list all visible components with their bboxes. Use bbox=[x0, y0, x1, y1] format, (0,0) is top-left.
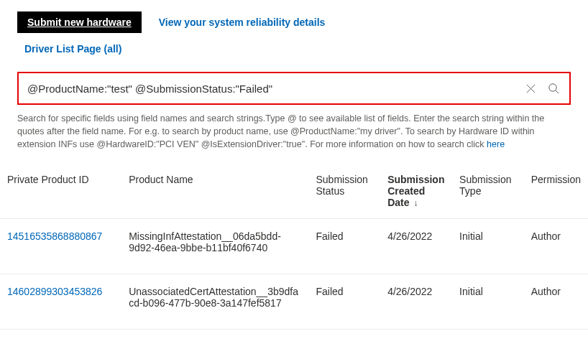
search-help-text: Search for specific fields using field n… bbox=[17, 112, 571, 151]
product-id-link[interactable]: 14516535868880867 bbox=[7, 230, 102, 242]
view-reliability-link[interactable]: View your system reliability details bbox=[159, 17, 326, 28]
submission-status: Failed bbox=[309, 274, 381, 330]
table-row: 14516535868880867MissingInfAttestation__… bbox=[0, 219, 588, 274]
table-row: 14602899303453826UnassociatedCertAttesta… bbox=[0, 274, 588, 330]
col-header-permission[interactable]: Permission bbox=[524, 164, 588, 219]
product-name: MissingInfAttestation__06da5bdd-9d92-46e… bbox=[129, 230, 301, 253]
product-id-link[interactable]: 14602899303453826 bbox=[7, 286, 102, 297]
submissions-table: Private Product ID Product Name Submissi… bbox=[0, 164, 588, 330]
sort-down-icon: ↓ bbox=[413, 198, 418, 208]
permission: Author bbox=[524, 219, 588, 274]
submission-date: 4/26/2022 bbox=[380, 219, 452, 274]
search-bar bbox=[17, 72, 571, 105]
submission-type: Initial bbox=[452, 219, 524, 274]
help-body: Search for specific fields using field n… bbox=[17, 113, 544, 149]
product-name: UnassociatedCertAttestation__3b9dfacd-b0… bbox=[129, 286, 301, 309]
permission: Author bbox=[524, 274, 588, 330]
submit-new-hardware-button[interactable]: Submit new hardware bbox=[17, 11, 142, 33]
help-here-link[interactable]: here bbox=[487, 139, 505, 149]
driver-list-page-link[interactable]: Driver List Page (all) bbox=[24, 43, 121, 55]
clear-icon[interactable] bbox=[519, 77, 542, 100]
col-header-type[interactable]: Submission Type bbox=[452, 164, 524, 219]
svg-point-0 bbox=[549, 84, 556, 91]
col-header-name[interactable]: Product Name bbox=[121, 164, 308, 219]
col-header-date[interactable]: Submission Created Date ↓ bbox=[380, 164, 452, 219]
col-header-status[interactable]: Submission Status bbox=[309, 164, 381, 219]
search-input[interactable] bbox=[27, 83, 519, 95]
submission-type: Initial bbox=[452, 274, 524, 330]
submission-status: Failed bbox=[309, 219, 381, 274]
search-icon[interactable] bbox=[542, 77, 565, 100]
submission-date: 4/26/2022 bbox=[380, 274, 452, 330]
col-header-id[interactable]: Private Product ID bbox=[0, 164, 121, 219]
